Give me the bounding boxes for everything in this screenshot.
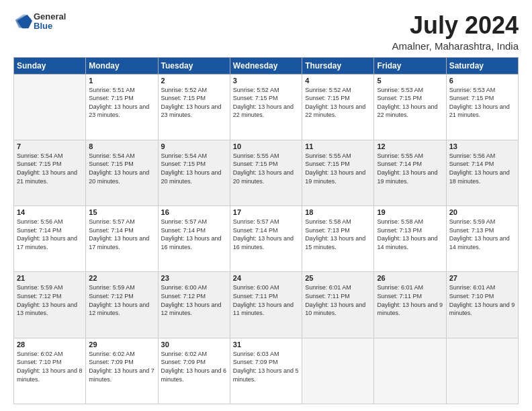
day-number: 21 bbox=[17, 274, 83, 282]
day-number: 17 bbox=[233, 208, 299, 216]
table-row: 3Sunrise: 5:52 AMSunset: 7:15 PMDaylight… bbox=[230, 74, 302, 140]
day-info: Sunrise: 6:02 AMSunset: 7:10 PMDaylight:… bbox=[17, 350, 83, 383]
table-row: 19Sunrise: 5:58 AMSunset: 7:13 PMDayligh… bbox=[374, 206, 446, 272]
day-info: Sunrise: 5:55 AMSunset: 7:14 PMDaylight:… bbox=[377, 152, 443, 185]
calendar-week-row: 14Sunrise: 5:56 AMSunset: 7:14 PMDayligh… bbox=[14, 206, 519, 272]
table-row bbox=[374, 338, 446, 404]
day-number: 8 bbox=[89, 142, 154, 150]
day-info: Sunrise: 5:52 AMSunset: 7:15 PMDaylight:… bbox=[305, 86, 371, 120]
table-row bbox=[446, 338, 518, 404]
table-row: 10Sunrise: 5:55 AMSunset: 7:15 PMDayligh… bbox=[230, 140, 302, 205]
table-row: 1Sunrise: 5:51 AMSunset: 7:15 PMDaylight… bbox=[86, 74, 158, 140]
table-row: 6Sunrise: 5:53 AMSunset: 7:15 PMDaylight… bbox=[446, 74, 518, 140]
table-row: 21Sunrise: 5:59 AMSunset: 7:12 PMDayligh… bbox=[14, 272, 86, 338]
day-number: 15 bbox=[89, 208, 154, 216]
col-monday: Monday bbox=[86, 57, 158, 74]
location: Amalner, Maharashtra, India bbox=[392, 40, 519, 52]
day-number: 9 bbox=[161, 142, 227, 150]
calendar-week-row: 21Sunrise: 5:59 AMSunset: 7:12 PMDayligh… bbox=[14, 272, 519, 338]
col-thursday: Thursday bbox=[302, 57, 374, 74]
day-info: Sunrise: 6:00 AMSunset: 7:12 PMDaylight:… bbox=[161, 283, 227, 317]
day-number: 20 bbox=[449, 208, 515, 216]
day-number: 5 bbox=[377, 77, 443, 85]
table-row: 24Sunrise: 6:00 AMSunset: 7:11 PMDayligh… bbox=[230, 272, 302, 338]
day-number: 10 bbox=[233, 142, 299, 150]
page: General Blue July 2024 Amalner, Maharash… bbox=[0, 0, 532, 411]
table-row bbox=[302, 338, 374, 404]
day-info: Sunrise: 5:55 AMSunset: 7:15 PMDaylight:… bbox=[305, 152, 371, 185]
calendar-week-row: 7Sunrise: 5:54 AMSunset: 7:15 PMDaylight… bbox=[14, 140, 519, 205]
col-sunday: Sunday bbox=[14, 57, 86, 74]
day-info: Sunrise: 5:55 AMSunset: 7:15 PMDaylight:… bbox=[233, 152, 299, 185]
col-wednesday: Wednesday bbox=[230, 57, 302, 74]
table-row bbox=[14, 74, 86, 140]
day-info: Sunrise: 6:03 AMSunset: 7:09 PMDaylight:… bbox=[233, 350, 299, 383]
calendar-table: Sunday Monday Tuesday Wednesday Thursday… bbox=[13, 57, 519, 404]
table-row: 15Sunrise: 5:57 AMSunset: 7:14 PMDayligh… bbox=[86, 206, 158, 272]
day-info: Sunrise: 6:01 AMSunset: 7:11 PMDaylight:… bbox=[377, 283, 443, 317]
day-info: Sunrise: 5:54 AMSunset: 7:15 PMDaylight:… bbox=[161, 152, 227, 185]
day-info: Sunrise: 5:54 AMSunset: 7:15 PMDaylight:… bbox=[17, 152, 83, 185]
day-info: Sunrise: 6:00 AMSunset: 7:11 PMDaylight:… bbox=[233, 283, 299, 317]
day-info: Sunrise: 6:01 AMSunset: 7:10 PMDaylight:… bbox=[449, 283, 515, 317]
day-number: 16 bbox=[161, 208, 227, 216]
logo-general: General bbox=[34, 12, 66, 21]
day-info: Sunrise: 5:59 AMSunset: 7:13 PMDaylight:… bbox=[449, 218, 515, 251]
col-saturday: Saturday bbox=[446, 57, 518, 74]
day-info: Sunrise: 6:02 AMSunset: 7:09 PMDaylight:… bbox=[161, 350, 227, 383]
day-info: Sunrise: 6:01 AMSunset: 7:11 PMDaylight:… bbox=[305, 283, 371, 317]
day-number: 13 bbox=[449, 142, 515, 150]
header: General Blue July 2024 Amalner, Maharash… bbox=[13, 12, 519, 52]
day-number: 2 bbox=[161, 77, 227, 85]
table-row: 7Sunrise: 5:54 AMSunset: 7:15 PMDaylight… bbox=[14, 140, 86, 205]
table-row: 16Sunrise: 5:57 AMSunset: 7:14 PMDayligh… bbox=[158, 206, 230, 272]
table-row: 8Sunrise: 5:54 AMSunset: 7:15 PMDaylight… bbox=[86, 140, 158, 205]
table-row: 4Sunrise: 5:52 AMSunset: 7:15 PMDaylight… bbox=[302, 74, 374, 140]
table-row: 13Sunrise: 5:56 AMSunset: 7:14 PMDayligh… bbox=[446, 140, 518, 205]
day-number: 31 bbox=[233, 340, 299, 349]
table-row: 11Sunrise: 5:55 AMSunset: 7:15 PMDayligh… bbox=[302, 140, 374, 205]
day-number: 3 bbox=[233, 77, 299, 85]
table-row: 22Sunrise: 5:59 AMSunset: 7:12 PMDayligh… bbox=[86, 272, 158, 338]
day-number: 12 bbox=[377, 142, 443, 150]
day-number: 1 bbox=[89, 77, 154, 85]
day-info: Sunrise: 5:52 AMSunset: 7:15 PMDaylight:… bbox=[233, 86, 299, 120]
table-row: 9Sunrise: 5:54 AMSunset: 7:15 PMDaylight… bbox=[158, 140, 230, 205]
day-number: 19 bbox=[377, 208, 443, 216]
day-info: Sunrise: 5:56 AMSunset: 7:14 PMDaylight:… bbox=[449, 152, 515, 185]
day-info: Sunrise: 5:51 AMSunset: 7:15 PMDaylight:… bbox=[89, 86, 154, 120]
month-title: July 2024 bbox=[392, 12, 519, 39]
title-block: July 2024 Amalner, Maharashtra, India bbox=[392, 12, 519, 52]
logo-text: General Blue bbox=[34, 12, 66, 32]
table-row: 18Sunrise: 5:58 AMSunset: 7:13 PMDayligh… bbox=[302, 206, 374, 272]
day-info: Sunrise: 5:57 AMSunset: 7:14 PMDaylight:… bbox=[233, 218, 299, 251]
day-info: Sunrise: 5:58 AMSunset: 7:13 PMDaylight:… bbox=[377, 218, 443, 251]
table-row: 23Sunrise: 6:00 AMSunset: 7:12 PMDayligh… bbox=[158, 272, 230, 338]
table-row: 30Sunrise: 6:02 AMSunset: 7:09 PMDayligh… bbox=[158, 338, 230, 404]
day-number: 18 bbox=[305, 208, 371, 216]
table-row: 27Sunrise: 6:01 AMSunset: 7:10 PMDayligh… bbox=[446, 272, 518, 338]
col-tuesday: Tuesday bbox=[158, 57, 230, 74]
day-number: 11 bbox=[305, 142, 371, 150]
day-number: 6 bbox=[449, 77, 515, 85]
day-info: Sunrise: 5:56 AMSunset: 7:14 PMDaylight:… bbox=[17, 218, 83, 251]
day-info: Sunrise: 5:59 AMSunset: 7:12 PMDaylight:… bbox=[89, 283, 154, 317]
day-number: 30 bbox=[161, 340, 227, 349]
day-info: Sunrise: 6:02 AMSunset: 7:09 PMDaylight:… bbox=[89, 350, 154, 383]
day-number: 24 bbox=[233, 274, 299, 282]
day-info: Sunrise: 5:58 AMSunset: 7:13 PMDaylight:… bbox=[305, 218, 371, 251]
day-info: Sunrise: 5:54 AMSunset: 7:15 PMDaylight:… bbox=[89, 152, 154, 185]
calendar-week-row: 1Sunrise: 5:51 AMSunset: 7:15 PMDaylight… bbox=[14, 74, 519, 140]
table-row: 5Sunrise: 5:53 AMSunset: 7:15 PMDaylight… bbox=[374, 74, 446, 140]
day-info: Sunrise: 5:59 AMSunset: 7:12 PMDaylight:… bbox=[17, 283, 83, 317]
day-number: 23 bbox=[161, 274, 227, 282]
day-number: 25 bbox=[305, 274, 371, 282]
col-friday: Friday bbox=[374, 57, 446, 74]
calendar-header-row: Sunday Monday Tuesday Wednesday Thursday… bbox=[14, 57, 519, 74]
table-row: 12Sunrise: 5:55 AMSunset: 7:14 PMDayligh… bbox=[374, 140, 446, 205]
logo: General Blue bbox=[13, 12, 66, 32]
day-number: 29 bbox=[89, 340, 154, 349]
day-number: 7 bbox=[17, 142, 83, 150]
table-row: 14Sunrise: 5:56 AMSunset: 7:14 PMDayligh… bbox=[14, 206, 86, 272]
table-row: 26Sunrise: 6:01 AMSunset: 7:11 PMDayligh… bbox=[374, 272, 446, 338]
